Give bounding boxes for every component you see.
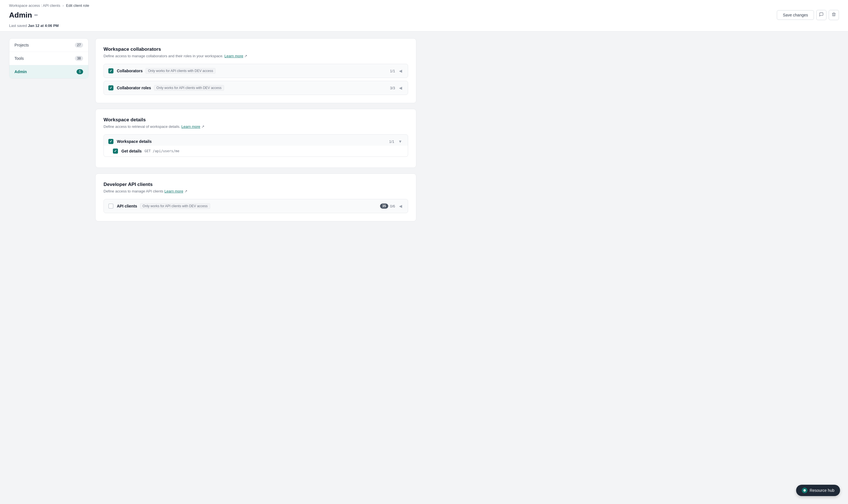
learn-more-details-link[interactable]: Learn more	[181, 124, 200, 129]
edit-icon[interactable]: ✏	[34, 13, 38, 18]
sidebar-item-tools[interactable]: Tools 38	[10, 52, 88, 65]
expand-collaborator-roles-button[interactable]: ◀	[398, 85, 403, 91]
breadcrumb-separator: ›	[63, 3, 64, 8]
comment-button[interactable]	[816, 10, 827, 20]
section-developer-api-clients: Developer API clients Define access to m…	[95, 174, 416, 221]
expand-collaborators-button[interactable]: ◀	[398, 68, 403, 74]
delete-button[interactable]	[829, 10, 839, 20]
sidebar: Projects 27 Tools 38 Admin 5	[9, 38, 88, 78]
learn-more-api-clients-link[interactable]: Learn more	[164, 189, 183, 193]
permission-collaborators: Collaborators Only works for API clients…	[104, 64, 408, 78]
last-saved-text: Last saved Jan 12 at 4:06 PM	[9, 22, 839, 31]
save-changes-button[interactable]: Save changes	[777, 10, 814, 20]
breadcrumb-part2: Edit client role	[66, 3, 89, 8]
page-title: Admin	[9, 11, 32, 20]
checkbox-workspace-details[interactable]	[108, 139, 113, 144]
permission-collaborator-roles: Collaborator roles Only works for API cl…	[104, 81, 408, 95]
breadcrumb-part1: Workspace access : API clients	[9, 3, 60, 8]
checkbox-collaborators[interactable]	[108, 68, 113, 73]
section-workspace-details: Workspace details Define access to retri…	[95, 109, 416, 168]
expand-api-clients-button[interactable]: ◀	[398, 203, 403, 210]
content-area: Workspace collaborators Define access to…	[95, 38, 416, 221]
permission-api-clients: API clients Only works for API clients w…	[104, 199, 408, 213]
checkbox-collaborator-roles[interactable]	[108, 85, 113, 90]
checkbox-api-clients[interactable]	[108, 203, 113, 209]
comment-icon	[819, 12, 824, 18]
checkbox-get-details[interactable]	[113, 148, 118, 154]
sub-permission-get-details: Get details GET /api/users/me	[104, 146, 408, 157]
sidebar-item-projects[interactable]: Projects 27	[10, 39, 88, 52]
api-clients-count-area: 35 0/6 ◀	[380, 203, 403, 210]
breadcrumb: Workspace access : API clients › Edit cl…	[9, 0, 839, 10]
section-workspace-collaborators: Workspace collaborators Define access to…	[95, 38, 416, 103]
trash-icon	[832, 12, 836, 18]
learn-more-collaborators-link[interactable]: Learn more	[224, 54, 243, 58]
sidebar-item-admin[interactable]: Admin 5	[10, 65, 88, 78]
expand-workspace-details-button[interactable]: ▼	[397, 138, 403, 145]
